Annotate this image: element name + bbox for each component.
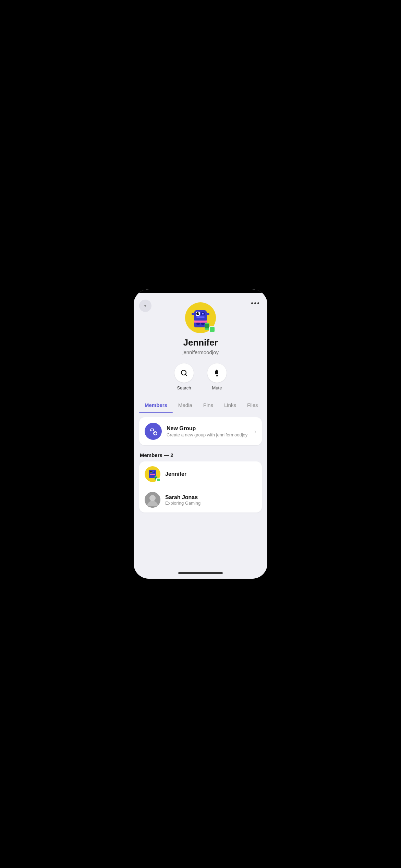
online-badge [209,326,215,333]
sarah-name: Sarah Jonas [165,494,256,501]
scroll-container: Jennifer jennifermoodjoy Search [134,293,267,567]
sarah-avatar-svg [145,492,160,508]
svg-point-7 [203,313,204,314]
svg-point-27 [154,472,154,472]
search-button-circle [174,363,194,383]
back-icon [143,303,148,309]
tab-files[interactable]: Files [242,397,264,413]
search-action-button[interactable]: Search [174,363,194,390]
new-group-svg-icon [148,426,158,436]
top-bar [134,289,267,293]
bottom-home-bar [134,567,267,579]
chevron-right-icon: › [254,428,256,435]
jennifer-name: Jennifer [165,471,256,477]
tab-media[interactable]: Media [173,397,198,413]
tabs-container: Members Media Pins Links Files [134,397,267,413]
tab-members[interactable]: Members [139,397,173,413]
dot1 [251,302,253,304]
more-button[interactable] [248,300,262,307]
avatar-container [185,302,216,333]
svg-point-20 [151,429,153,431]
svg-rect-12 [196,323,200,325]
svg-point-33 [149,495,156,501]
svg-rect-8 [196,316,205,318]
mute-action-button[interactable]: Mute [207,363,227,390]
mute-button-circle [207,363,227,383]
new-group-icon [145,423,162,440]
profile-username: jennifermoodjoy [182,349,219,355]
svg-point-24 [150,471,152,473]
jennifer-online-indicator [156,478,160,482]
action-buttons: Search Mute [174,363,227,390]
jennifer-info: Jennifer [165,471,256,477]
sarah-avatar [145,492,160,508]
profile-section: Jennifer jennifermoodjoy Search [134,293,267,397]
tab-pins[interactable]: Pins [198,397,219,413]
mute-label: Mute [212,385,222,390]
new-group-text: New Group Create a new group with jennif… [167,425,250,437]
search-label: Search [177,385,191,390]
search-icon [180,369,188,377]
dot3 [257,302,259,304]
jennifer-avatar [145,466,160,482]
svg-rect-9 [192,313,194,315]
member-item-jennifer[interactable]: Jennifer [139,461,262,487]
svg-rect-14 [194,321,207,323]
new-group-subtitle: Create a new group with jennifermoodjoy [167,432,250,437]
members-count: Members — 2 [139,452,262,458]
members-list: Jennifer Sarah Jonas [139,461,262,513]
profile-name: Jennifer [183,337,218,348]
phone-frame: Jennifer jennifermoodjoy Search [134,289,267,579]
member-item-sarah[interactable]: Sarah Jonas Exploring Gaming [139,487,262,513]
svg-rect-13 [201,323,205,325]
sarah-info: Sarah Jonas Exploring Gaming [165,494,256,506]
content-section: New Group Create a new group with jennif… [134,413,267,546]
home-indicator [178,572,223,574]
spacer [134,546,267,567]
back-button[interactable] [139,300,151,312]
svg-rect-10 [207,313,209,315]
sarah-status: Exploring Gaming [165,501,256,506]
tab-links[interactable]: Links [219,397,242,413]
new-group-title: New Group [167,425,250,432]
svg-rect-16 [205,324,209,328]
new-group-card[interactable]: New Group Create a new group with jennif… [139,417,262,445]
svg-point-4 [198,313,199,314]
bell-icon [213,369,221,377]
dot2 [254,302,256,304]
